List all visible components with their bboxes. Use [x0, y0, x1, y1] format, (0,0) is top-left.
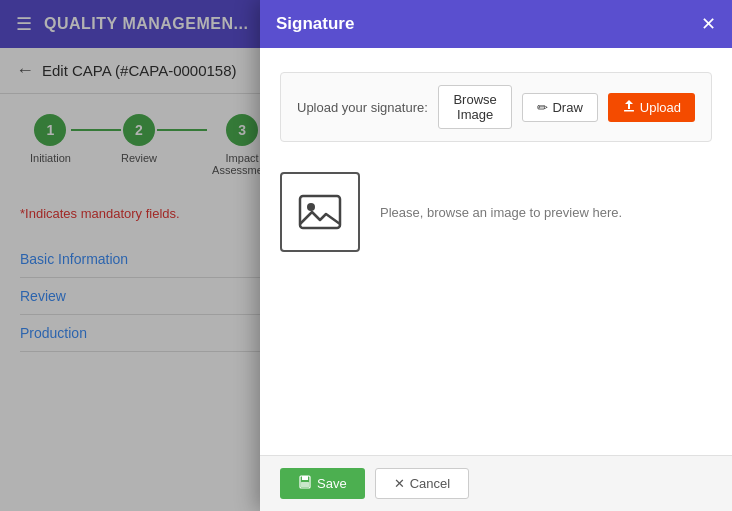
- image-placeholder-icon: [296, 188, 344, 236]
- modal-title: Signature: [276, 14, 354, 34]
- svg-rect-5: [301, 482, 309, 487]
- upload-label: Upload your signature:: [297, 100, 428, 115]
- cancel-icon: ✕: [394, 476, 405, 491]
- close-icon[interactable]: ✕: [701, 15, 716, 33]
- upload-icon: [622, 99, 636, 116]
- svg-rect-1: [300, 196, 340, 228]
- preview-area: Please, browse an image to preview here.: [280, 162, 712, 262]
- svg-point-2: [307, 203, 315, 211]
- pencil-icon: ✏: [537, 100, 548, 115]
- preview-image-box: [280, 172, 360, 252]
- modal-body: Upload your signature: Browse Image ✏ Dr…: [260, 48, 732, 455]
- modal-header: Signature ✕: [260, 0, 732, 48]
- svg-rect-4: [302, 476, 308, 480]
- preview-placeholder-text: Please, browse an image to preview here.: [380, 205, 622, 220]
- upload-row: Upload your signature: Browse Image ✏ Dr…: [280, 72, 712, 142]
- browse-image-button[interactable]: Browse Image: [438, 85, 513, 129]
- modal-footer: Save ✕ Cancel: [260, 455, 732, 511]
- save-button[interactable]: Save: [280, 468, 365, 499]
- save-icon: [298, 475, 312, 492]
- signature-modal: Signature ✕ Upload your signature: Brows…: [260, 0, 732, 511]
- cancel-button[interactable]: ✕ Cancel: [375, 468, 469, 499]
- draw-button[interactable]: ✏ Draw: [522, 93, 597, 122]
- upload-button[interactable]: Upload: [608, 93, 695, 122]
- svg-rect-0: [624, 110, 634, 112]
